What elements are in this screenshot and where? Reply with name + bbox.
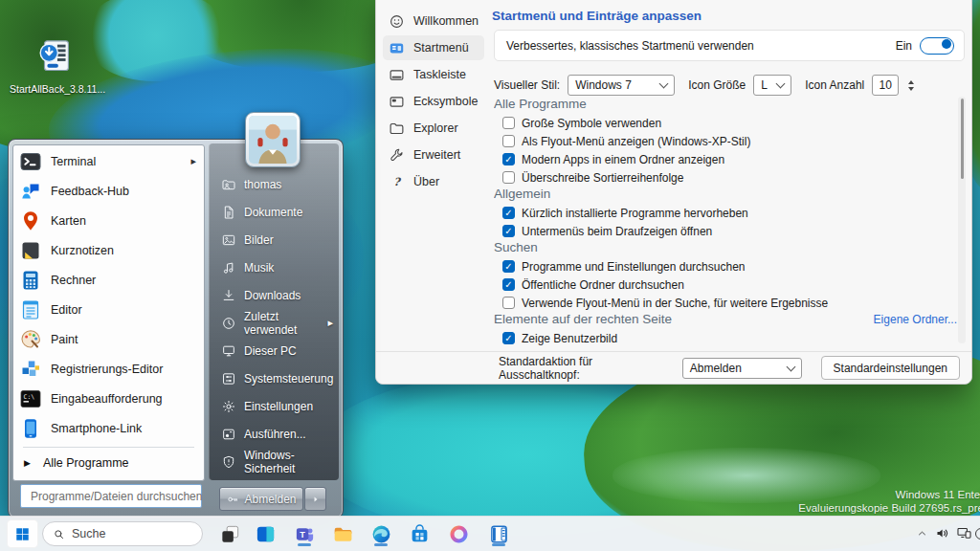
setting-row-verwende-flyout-menü-in-der-suche-für-weitere-ergebnisse[interactable]: Verwende Flyout-Menü in der Suche, für w… [502,294,957,312]
defaults-button[interactable]: Standardeinstellungen [821,356,960,380]
start-menu-item-label: Editor [51,303,82,317]
icon-size-select[interactable]: L [753,75,791,96]
desktop-icon-startallback-installer[interactable]: StartAllBack_3.8.11... [10,36,101,95]
start-menu-place-einstellungen[interactable]: Einstellungen [210,392,339,420]
setting-label: Öffentliche Ordner durchsuchen [522,278,684,292]
start-menu-place-musik[interactable]: Musik [210,253,339,281]
setting-row-programme-und-einstellungen-durchsuchen[interactable]: Programme und Einstellungen durchsuchen [502,257,957,276]
start-menu-item-eingabeaufforderung[interactable]: C:\Eingabeaufforderung [13,384,204,413]
checkbox-icon[interactable] [502,207,515,219]
start-menu-item-paint[interactable]: Paint [13,324,204,354]
settings-section-elemente-auf-der-rechten-seite: Elemente auf der rechten SeiteEigene Ord… [494,312,957,347]
sidebar-item-ecksymbole[interactable]: Ecksymbole [383,89,484,114]
start-menu-place-ausführen[interactable]: Ausführen... [210,420,339,448]
start-menu-place-thomas[interactable]: thomas [210,170,339,198]
start-menu-place-downloads[interactable]: Downloads [210,281,339,309]
setting-row-zeige-benutzerbild[interactable]: Zeige Benutzerbild [502,329,957,347]
widgets-icon [255,523,277,545]
setting-row-modern-apps-in-einem-ordner-anzeigen[interactable]: Modern Apps in einem Ordner anzeigen [502,150,957,168]
start-button[interactable] [7,519,38,548]
taskbar-button-taskview[interactable] [216,520,243,547]
setting-row-große-symbole-verwenden[interactable]: Große Symbole verwenden [502,114,957,132]
checkbox-icon[interactable] [502,297,515,309]
power-action-select[interactable]: Abmelden [682,358,802,379]
taskbar-search-box[interactable]: Suche [42,521,203,546]
scrollbar-thumb[interactable] [961,99,964,179]
sidebar-item-explorer[interactable]: Explorer [383,116,484,141]
start-menu-place-dieser-pc[interactable]: Dieser PC [210,337,339,364]
scrollbar[interactable] [958,97,966,343]
sidebar-item-über[interactable]: ?Über [383,169,484,194]
start-menu-place-windows-sicherheit[interactable]: Windows-Sicherheit [210,448,339,475]
checkbox-icon[interactable] [502,332,515,344]
tray-chevron-up-icon[interactable] [916,527,928,540]
taskbar-button-edge[interactable] [368,520,394,547]
icon-count-spinner[interactable] [908,80,914,91]
checkbox-icon[interactable] [502,135,515,147]
log-off-button[interactable]: Abmelden [219,487,303,511]
checkbox-icon[interactable] [502,171,515,184]
start-menu-item-terminal[interactable]: Terminal▸ [13,146,204,176]
sidebar-item-label: Erweitert [413,148,460,162]
section-header-row: Suchen [494,240,957,255]
start-menu-item-kurznotizen[interactable]: Kurznotizen [13,235,204,265]
checkbox-icon[interactable] [502,225,515,237]
start-menu-place-dokumente[interactable]: Dokumente [210,198,339,226]
taskbar-button-store[interactable] [406,520,433,547]
sidebar-item-startmenü[interactable]: Startmenü [383,35,484,60]
start-menu-search-input[interactable]: Programme/Dateien durchsuchen [20,484,202,508]
phonelink-icon [19,417,42,440]
start-menu-place-label: Systemsteuerung [244,372,333,386]
log-off-options-button[interactable] [304,487,326,511]
taskbar-button-explorer[interactable] [329,520,356,547]
start-menu-item-smartphone-link[interactable]: Smartphone-Link [13,413,204,443]
start-menu-item-registrierungs-editor[interactable]: Registrierungs-Editor [13,354,204,384]
setting-row-überschreibe-sortierreihenfolge[interactable]: Überschreibe Sortierreihenfolge [502,168,957,187]
start-menu-place-systemsteuerung[interactable]: Systemsteuerung [210,364,339,392]
icon-size-value: L [761,78,768,92]
taskbar-button-widgets[interactable] [252,520,278,547]
run-icon [221,427,236,442]
setting-row-kürzlich-installierte-programme-hervorheben[interactable]: Kürzlich installierte Programme hervorhe… [502,204,957,222]
tray-partial-icon[interactable] [975,528,980,540]
tray-network-display-icon[interactable] [955,525,973,541]
eigene-ordner-link[interactable]: Eigene Ordner... [874,312,957,327]
sidebar-item-erweitert[interactable]: Erweitert [383,143,484,167]
checkbox-icon[interactable] [502,278,515,291]
visual-style-select[interactable]: Windows 7 [568,75,675,96]
taskbar-button-teams[interactable]: T [291,520,318,547]
start-menu-place-label: Dokumente [244,206,302,219]
start-menu-item-rechner[interactable]: Rechner [13,265,204,295]
cmd-icon: C:\ [19,387,42,410]
start-menu-place-bilder[interactable]: Bilder [210,226,339,253]
start-menu-item-feedback-hub[interactable]: Feedback-Hub [13,176,204,206]
start-menu-place-label: Windows-Sicherheit [244,449,333,475]
start-menu-item-karten[interactable]: Karten [13,206,204,235]
start-menu-item-editor[interactable]: Editor [13,295,204,324]
setting-row-öffentliche-ordner-durchsuchen[interactable]: Öffentliche Ordner durchsuchen [502,276,957,294]
checkbox-icon[interactable] [502,260,515,273]
checkbox-icon[interactable] [502,153,515,165]
checkbox-icon[interactable] [502,117,515,129]
sidebar-item-taskleiste[interactable]: Taskleiste [383,62,484,87]
start-menu-item-label: Terminal [51,155,96,168]
all-programs-item[interactable]: ▶ Alle Programme [13,451,204,474]
setting-label: Als Flyout-Menü anzeigen (Windows-XP-Sti… [522,135,750,148]
setting-row-als-flyout-menü-anzeigen-windows-xp-stil[interactable]: Als Flyout-Menü anzeigen (Windows-XP-Sti… [502,132,957,150]
taskbar-button-copilot[interactable] [445,520,472,547]
sidebar-item-willkommen[interactable]: Willkommen [383,9,484,33]
taskbar-button-phonelink[interactable] [485,520,512,547]
start-menu-place-zuletzt-verwendet[interactable]: Zuletzt verwendet▸ [210,309,339,337]
icon-count-input[interactable]: 10 [872,75,899,96]
setting-row-untermenüs-beim-draufzeigen-öffnen[interactable]: Untermenüs beim Draufzeigen öffnen [502,222,957,240]
spinner-up-icon[interactable] [908,80,914,84]
tray-speaker-icon[interactable] [935,525,951,541]
user-avatar[interactable] [245,112,301,167]
running-indicator [374,543,388,546]
smiley-icon [389,13,405,30]
controlpanel-icon [221,371,236,386]
settings-main: Startmenü und Einträge anpassen Verbesse… [489,0,971,384]
feedback-icon [19,180,42,203]
classic-startmenu-toggle[interactable] [920,37,954,55]
spinner-down-icon[interactable] [908,87,914,91]
